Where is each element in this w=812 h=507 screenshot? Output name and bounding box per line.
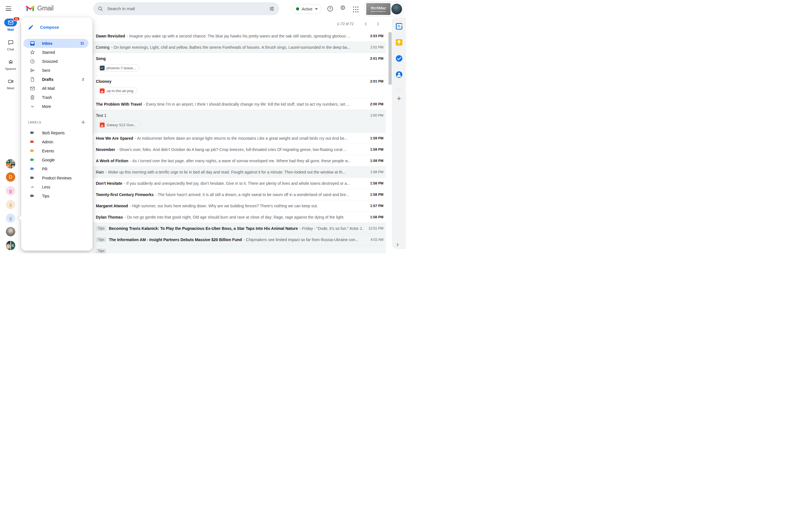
main-menu-icon[interactable] [6,6,11,11]
chat-avatar[interactable] [6,227,15,236]
sidebar-item-more[interactable]: More [23,102,89,111]
rail-item-meet[interactable]: Meet [0,78,21,90]
sidebar-item-starred[interactable]: Starred [23,48,89,57]
google-tasks-icon[interactable] [396,55,402,62]
sidebar-item-label: All Mail [42,86,55,91]
sidebar-item-label: Drafts [42,77,53,82]
email-row[interactable]: Tips [93,245,386,253]
chat-avatar[interactable]: D [6,172,15,182]
email-row[interactable]: Dawn Revisited- Imagine you wake up with… [93,31,386,42]
rail-item-chat[interactable]: Chat [0,39,21,51]
email-row[interactable]: Clooney2:01 PMup-in-the-air.png [93,76,386,99]
attachment-chip[interactable]: up-in-the-air.png [98,87,137,94]
label-item-admin[interactable]: Admin [23,137,89,147]
email-snippet: - Chipmakers see limited impact so far f… [244,237,366,242]
sidebar-item-trash[interactable]: Trash [23,93,89,102]
email-row-main: Margaret Atwood- High summer, our lives … [93,200,386,211]
search-input[interactable] [107,6,269,11]
help-icon[interactable]: ? [327,6,333,11]
email-row[interactable]: TipsBecoming Travis Kalanick: To Play th… [93,223,386,234]
email-row-main: Rain- Woke up this morning with a terrif… [93,166,386,177]
search-bar[interactable] [93,2,279,15]
google-keep-icon[interactable] [396,39,402,46]
email-row[interactable]: Dylan Thomas- Do not go gentle into that… [93,212,386,223]
label-item-product-reviews[interactable]: Product Reviews [23,173,89,182]
folder-list: Inbox11StarredSnoozedSentDrafts2All Mail… [21,39,93,111]
email-row[interactable]: A Work of Fiction- As I turned over the … [93,155,386,166]
email-row-main: Test 12:00 PM [93,110,386,121]
file-icon [30,76,35,82]
email-sender: The Problem With Travel [96,102,142,107]
attachment-chip[interactable]: Galaxy S22 Goo... [98,121,140,128]
gmail-logo: Gmail [26,4,54,12]
email-row-main: Dawn Revisited- Imagine you wake up with… [93,31,386,41]
mail-envelope-icon [8,20,14,25]
chevron-down-icon [30,104,35,109]
newer-page-icon[interactable] [363,20,369,27]
hide-side-panel-icon[interactable] [395,242,400,247]
rail-item-spaces[interactable]: Spaces [0,58,21,70]
mail-pill: 11 [4,18,17,26]
email-time: 2:01 PM [370,79,384,83]
email-row-main: Dylan Thomas- Do not go gentle into that… [93,212,386,223]
chat-avatar[interactable]: g [6,214,15,223]
search-options-icon[interactable] [269,6,274,11]
rail-item-mail[interactable]: 11 Mail [0,18,21,31]
label-item-events[interactable]: Events [23,147,89,156]
create-label-icon[interactable] [81,120,86,125]
user-avatar[interactable] [391,4,402,14]
chat-avatar[interactable]: g [6,186,15,195]
email-row[interactable]: Twenty-first Century Fireworks- The futu… [93,189,386,200]
attachment-chip[interactable]: phoenix-7-tease... [98,64,140,71]
google-apps-grid-icon[interactable] [353,6,359,13]
email-row-main: Twenty-first Century Fireworks- The futu… [93,189,386,200]
sidebar-divider [21,35,93,36]
sidebar-item-inbox[interactable]: Inbox11 [23,39,89,48]
tag-icon [30,139,35,145]
label-item-less[interactable]: Less [23,182,89,191]
email-row[interactable]: Rain- Woke up this morning with a terrif… [93,166,386,178]
settings-gear-icon[interactable]: ⚙ [340,5,346,11]
label-item-9to5-reports[interactable]: 9to5 Reports [23,128,89,137]
list-scrollbar[interactable] [389,33,392,84]
email-row-main: The Problem With Travel- Every time I'm … [93,99,386,110]
chat-avatar[interactable]: g [6,200,15,209]
older-page-icon[interactable] [374,20,381,27]
google-contacts-icon[interactable] [396,71,402,78]
email-snippet: - The future hasn't arrived. It is all s… [155,192,366,197]
google-calendar-icon[interactable]: 31 [396,23,402,30]
sidebar-item-all-mail[interactable]: All Mail [23,84,89,93]
email-row[interactable]: Song2:01 PMphoenix-7-tease... [93,53,386,76]
email-row-main: Clooney2:01 PM [93,76,386,87]
email-row[interactable]: TipsThe Information AM - Insight Partner… [93,234,386,245]
email-row[interactable]: How We Are Spared- At midsummer before d… [93,133,386,144]
trash-icon [30,95,35,100]
email-row[interactable]: Coming- On longer evenings, Light, chill… [93,42,386,53]
email-row[interactable]: The Problem With Travel- Every time I'm … [93,99,386,110]
email-time: 1:58 PM [370,181,384,185]
sidebar-item-snoozed[interactable]: Snoozed [23,57,89,66]
label-item-google[interactable]: Google [23,156,89,165]
email-row[interactable]: Margaret Atwood- High summer, our lives … [93,200,386,212]
get-addons-icon[interactable]: + [397,96,401,101]
availability-status-dropdown[interactable]: Active [292,4,322,14]
label-item-tips[interactable]: Tips [23,191,89,201]
chat-avatar[interactable]: K [6,241,15,250]
label-name: Admin [42,140,53,144]
sidebar-item-drafts[interactable]: Drafts2 [23,75,89,84]
email-time: 1:58 PM [370,193,384,196]
sidebar-item-sent[interactable]: Sent [23,66,89,75]
email-row[interactable]: Don't Hesitate- If you suddenly and unex… [93,178,386,189]
chat-avatar[interactable]: KD [6,159,15,168]
email-row[interactable]: November- Show's over, folks. And didn't… [93,144,386,155]
email-snippet: - Show's over, folks. And didn't October… [117,147,365,152]
email-row[interactable]: Test 12:00 PMGalaxy S22 Goo... [93,110,386,133]
email-sender: November [96,147,115,152]
image-file-icon [100,122,105,127]
label-item-pr[interactable]: PR [23,165,89,173]
account-profile[interactable]: 9to5Mac Apple Intelligence [364,1,404,16]
email-time: 1:59 PM [370,136,384,140]
compose-button[interactable]: Compose [21,17,93,34]
star-icon [30,50,35,55]
compose-label: Compose [40,25,59,30]
